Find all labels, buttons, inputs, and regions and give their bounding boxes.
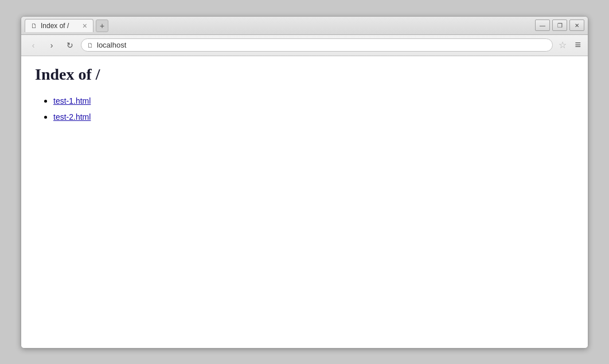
file-link-test1[interactable]: test-1.html xyxy=(53,96,91,105)
address-input[interactable] xyxy=(97,41,546,49)
back-button[interactable]: ‹ xyxy=(26,38,41,53)
browser-window: 🗋 Index of / × + — ❐ ✕ ‹ › ↻ 🗋 ☆ ≡ Index… xyxy=(21,16,588,349)
new-tab-button[interactable]: + xyxy=(96,19,108,32)
bookmark-star-button[interactable]: ☆ xyxy=(556,40,569,50)
window-controls: — ❐ ✕ xyxy=(535,19,584,31)
reload-button[interactable]: ↻ xyxy=(63,38,77,53)
address-bar-container[interactable]: 🗋 xyxy=(81,38,553,52)
forward-button[interactable]: › xyxy=(44,38,59,53)
tab-page-icon: 🗋 xyxy=(31,22,37,29)
content-area: Index of / test-1.html test-2.html xyxy=(21,56,588,348)
menu-button[interactable]: ≡ xyxy=(572,39,583,51)
minimize-button[interactable]: — xyxy=(535,19,550,31)
file-link-test2[interactable]: test-2.html xyxy=(53,112,91,122)
list-item: test-1.html xyxy=(53,93,574,109)
tab-close-button[interactable]: × xyxy=(83,22,87,30)
file-list: test-1.html test-2.html xyxy=(35,93,574,126)
address-page-icon: 🗋 xyxy=(87,42,93,49)
navigation-bar: ‹ › ↻ 🗋 ☆ ≡ xyxy=(21,35,588,56)
title-bar: 🗋 Index of / × + — ❐ ✕ xyxy=(21,17,588,35)
page-heading: Index of / xyxy=(35,65,574,84)
restore-button[interactable]: ❐ xyxy=(552,19,567,31)
active-tab[interactable]: 🗋 Index of / × xyxy=(25,19,93,32)
tabs-area: 🗋 Index of / × + xyxy=(25,19,535,32)
list-item: test-2.html xyxy=(53,109,574,126)
tab-label: Index of / xyxy=(41,22,79,30)
close-button[interactable]: ✕ xyxy=(569,19,584,31)
